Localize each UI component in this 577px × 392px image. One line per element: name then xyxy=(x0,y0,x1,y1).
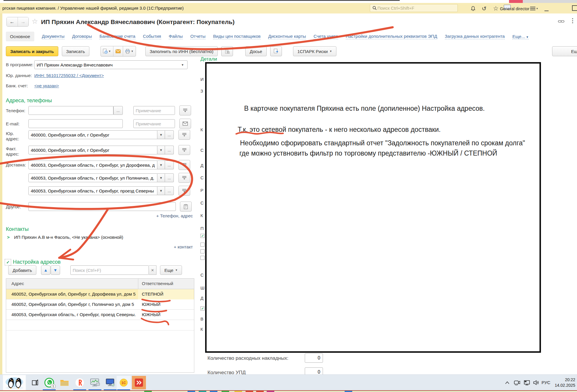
tab-Файлы[interactable]: Файлы xyxy=(169,34,183,39)
get-link-icon[interactable] xyxy=(558,19,564,25)
start-button[interactable] xyxy=(3,375,26,390)
dossier-button[interactable]: Досье xyxy=(245,46,266,56)
legal-address-ellipsis-button[interactable]: ... xyxy=(165,130,174,139)
add-contact-link[interactable]: + контакт xyxy=(134,244,193,249)
email-note-input[interactable] xyxy=(133,119,175,128)
toolbar-more-button[interactable]: Еще xyxy=(552,46,577,56)
fact-address-dropdown-button[interactable]: ▼ xyxy=(157,146,165,154)
cut-checkbox[interactable] xyxy=(200,256,205,260)
delivery-ellipsis-button[interactable]: ... xyxy=(165,161,174,169)
in-program-input[interactable] xyxy=(34,60,188,69)
tray-language[interactable]: РУС xyxy=(542,380,550,385)
delivery-menu-button[interactable] xyxy=(178,160,190,170)
address-search-input[interactable] xyxy=(70,265,149,275)
current-user-label[interactable]: General director xyxy=(500,6,529,11)
tray-network-button[interactable] xyxy=(522,376,532,389)
other-note-button[interactable] xyxy=(180,202,192,212)
tab-Загрузка данных контрагента[interactable]: Загрузка данных контрагента xyxy=(445,34,505,39)
other-input[interactable] xyxy=(28,202,176,211)
column-divider[interactable] xyxy=(138,279,138,289)
tab-Договоры[interactable]: Договоры xyxy=(72,34,92,39)
contact-expand-icon[interactable]: > xyxy=(7,235,10,240)
main-menu-icon[interactable]: ▼ xyxy=(530,5,538,12)
tray-volume-button[interactable] xyxy=(532,376,541,389)
email-send-button[interactable] xyxy=(179,119,191,129)
tray-expand-button[interactable] xyxy=(503,376,512,389)
email-input[interactable] xyxy=(28,119,123,128)
spark-risks-button[interactable]: 1СПАРК Риски▼ xyxy=(293,46,337,56)
favorites-star-icon[interactable]: ☆ xyxy=(492,5,500,12)
tab-Дисконтные карты[interactable]: Дисконтные карты xyxy=(268,34,306,39)
phone-input[interactable] xyxy=(28,106,113,115)
tab-more[interactable]: Еще...▼ xyxy=(512,34,529,39)
tray-clock[interactable]: 20:22 14.02.2025 xyxy=(555,377,575,388)
bank-account-link[interactable]: <не указан> xyxy=(34,83,59,88)
save-and-close-button[interactable]: Записать и закрыть xyxy=(6,46,58,56)
task-view-button[interactable] xyxy=(28,376,42,389)
legal-address-menu-button[interactable] xyxy=(178,130,190,140)
upd-count-input[interactable] xyxy=(305,367,323,374)
favorite-star-icon[interactable]: ☆ xyxy=(32,17,38,25)
phone-note-input[interactable] xyxy=(133,106,175,115)
create-based-on-button[interactable]: ▼ xyxy=(101,46,113,56)
forward-button[interactable]: → xyxy=(18,17,29,26)
cut-checkbox[interactable] xyxy=(200,243,205,247)
print-button[interactable]: ▼ xyxy=(123,46,136,56)
active-app-button[interactable] xyxy=(132,376,146,389)
cut-checkbox[interactable]: ✓ xyxy=(200,306,205,311)
inn-document-link[interactable]: ИНН: 561017255032 / <Документ> xyxy=(34,73,104,78)
delivery-dropdown-button[interactable]: ▼ xyxy=(157,173,165,182)
clear-search-button[interactable]: ✕ xyxy=(149,265,156,275)
delivery-menu-button[interactable] xyxy=(178,186,190,196)
add-phone-address-link[interactable]: + Телефон, адрес xyxy=(114,213,193,218)
column-header-address[interactable]: Адрес xyxy=(11,281,24,286)
fact-address-menu-button[interactable] xyxy=(178,145,190,155)
legal-address-input[interactable] xyxy=(28,130,157,139)
minimize-button[interactable] xyxy=(544,6,549,11)
column-header-responsible[interactable]: Ответственный xyxy=(142,281,173,286)
tab-Настройки дополнительных реквизитов ЭПД[interactable]: Настройки дополнительных реквизитов ЭПД xyxy=(346,34,437,39)
cut-checkbox[interactable] xyxy=(200,249,205,253)
fact-address-input[interactable] xyxy=(28,146,157,154)
delivery-dropdown-button[interactable]: ▼ xyxy=(157,186,165,195)
whatsapp-button[interactable]: 1 xyxy=(42,376,56,389)
save-button[interactable]: Записать xyxy=(62,46,89,56)
global-search[interactable] xyxy=(370,4,458,12)
tab-События[interactable]: События xyxy=(143,34,161,39)
export-document-button[interactable] xyxy=(270,46,282,56)
table-row[interactable]: ЮЖНЫЙ460053, Оренбургская область, г Оре… xyxy=(6,310,194,320)
delivery-ellipsis-button[interactable]: ... xyxy=(165,186,174,195)
delivery-address-input[interactable] xyxy=(28,173,157,182)
delivery-address-input[interactable] xyxy=(28,186,157,195)
tab-main[interactable]: Основное xyxy=(6,32,34,41)
notifications-bell-icon[interactable] xyxy=(469,5,477,12)
tray-camera-button[interactable] xyxy=(512,376,522,389)
delivery-menu-button[interactable] xyxy=(178,173,190,183)
add-address-button[interactable]: Добавить xyxy=(8,265,36,275)
table-row[interactable]: СТЕПНОЙ460052, Оренбургская обл, Оренбур… xyxy=(6,289,194,299)
phone-ellipsis-button[interactable]: ... xyxy=(113,106,123,115)
history-icon[interactable]: ↺ xyxy=(480,5,488,12)
more-actions-icon[interactable]: ⋮ xyxy=(570,17,576,24)
monitoring-app-button[interactable] xyxy=(88,376,102,389)
search-input[interactable] xyxy=(377,5,451,11)
delivery-address-input[interactable] xyxy=(28,161,157,169)
back-button[interactable]: ← xyxy=(7,17,18,26)
invoices-count-input[interactable] xyxy=(305,353,323,363)
counterparty-check-button[interactable] xyxy=(221,46,233,56)
tab-Счета учета[interactable]: Счета учета xyxy=(314,34,338,39)
fact-address-ellipsis-button[interactable]: ... xyxy=(165,146,174,154)
maximize-button[interactable] xyxy=(572,5,577,11)
move-down-button[interactable]: ▼ xyxy=(51,265,60,275)
cut-checkbox[interactable]: ✓ xyxy=(200,234,205,238)
yandex-browser-button[interactable] xyxy=(73,376,87,389)
legal-address-dropdown-button[interactable]: ▼ xyxy=(157,130,165,139)
grid-more-button[interactable]: Еще▼ xyxy=(160,265,182,275)
tab-Документы[interactable]: Документы xyxy=(42,34,64,39)
address-settings-checkbox[interactable]: ✓ xyxy=(5,259,11,265)
tab-Банковские счета[interactable]: Банковские счета xyxy=(99,34,135,39)
move-up-button[interactable]: ▲ xyxy=(41,265,50,275)
file-explorer-button[interactable] xyxy=(57,376,72,389)
phone-menu-button[interactable] xyxy=(179,105,191,115)
delivery-ellipsis-button[interactable]: ... xyxy=(165,173,174,182)
